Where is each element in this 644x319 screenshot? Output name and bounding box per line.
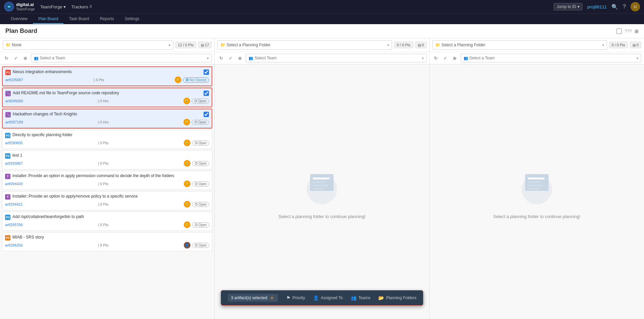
assignee-avatar: 😐 (183, 98, 190, 104)
card-type-p3c: P3 (5, 215, 10, 220)
card-id[interactable]: artf295766 (5, 223, 23, 227)
header-checkbox[interactable] (616, 29, 622, 34)
project-id: proj88111 (587, 4, 607, 9)
status-badge[interactable]: Open (192, 141, 209, 146)
card-id[interactable]: artf296256 (5, 243, 23, 247)
folder-icon: 📁 (6, 43, 11, 47)
toolbar-assigned-to-action[interactable]: 👤 Assigned To (313, 295, 343, 301)
card-meta: | 0 Pts (98, 202, 109, 206)
card-checkbox-2[interactable] (204, 91, 209, 96)
tab-settings[interactable]: Settings (119, 14, 144, 24)
logo-icon (4, 2, 14, 12)
card-id[interactable]: artf294421 (5, 202, 23, 206)
col1-check-btn[interactable]: ✓ (12, 54, 19, 62)
status-badge[interactable]: Not Started (183, 77, 209, 83)
card-type-p2: P2 (5, 235, 10, 241)
count3-icon: ▤ (633, 43, 636, 47)
svg-rect-12 (528, 188, 540, 190)
toolbar-priority-action[interactable]: ⚑ Priority (286, 295, 305, 301)
status-badge[interactable]: Open (192, 222, 209, 227)
card-artf287199: 🔧 Hackathon changes of Tech Knights artf… (2, 109, 212, 128)
col1-refresh-btn[interactable]: ↻ (3, 54, 10, 62)
tab-plan-board[interactable]: Plan Board (33, 14, 63, 24)
column-3-folder-select[interactable]: 📁 Select a Planning Folder ▾ (432, 40, 607, 50)
tab-overview[interactable]: Overview (5, 14, 33, 24)
col1-add-btn[interactable]: ⊕ (22, 54, 29, 62)
empty-text-2: Select a planning folder to continue pla… (278, 214, 366, 219)
card-type-task2: 🔧 (5, 112, 11, 117)
board-column-2: 📁 Select a Planning Folder ▾ 0 / 0 Pts ▤… (215, 38, 429, 318)
assignee-avatar: 😐 (184, 160, 190, 167)
team3-dropdown-arrow: ▾ (637, 56, 638, 60)
assignee-avatar: 😐 (184, 140, 190, 146)
layout-button[interactable]: ⊞ (635, 29, 639, 34)
card-id[interactable]: artf293967 (5, 161, 23, 165)
column-1-team-select[interactable]: 👥 Select a Team ▾ (31, 54, 212, 62)
column-2-count: ▤ 0 (415, 42, 427, 48)
card-meta: | 0 Pts (98, 141, 109, 145)
status-dot (195, 162, 198, 165)
card-checkbox-3[interactable] (204, 112, 209, 117)
board-column-1: 📁 None ▾ 12 / 0 Pts ▤ 17 ↻ ✓ ⊕ 👥 (0, 38, 215, 318)
toolbar-teams-action[interactable]: 👥 Teams (351, 295, 370, 301)
status-dot (195, 142, 198, 144)
status-badge[interactable]: Open (192, 202, 209, 207)
tab-task-board[interactable]: Task Board (63, 14, 94, 24)
sub-nav: Overview Plan Board Task Board Reports S… (0, 13, 644, 24)
col3-check-btn[interactable]: ✓ (442, 54, 449, 62)
assignee-avatar: 😐 (183, 119, 190, 125)
clear-selection-button[interactable]: × (269, 295, 275, 301)
card-type-p3: P3 (5, 133, 10, 138)
folder3-dropdown-arrow: ▾ (602, 43, 604, 47)
jump-to-id[interactable]: Jump to ID ▾ (554, 3, 583, 10)
toolbar-planning-folders-action[interactable]: 📂 Planning Folders (378, 295, 416, 301)
card-artf294420: T installer::Provide an option in apply … (2, 171, 212, 190)
column-2-team-select[interactable]: 👥 Select Team ▾ (246, 54, 426, 62)
column-1-action-bar: ↻ ✓ ⊕ 👥 Select a Team ▾ (0, 52, 214, 64)
status-badge[interactable]: Open (192, 243, 209, 248)
user-avatar[interactable]: U (631, 2, 640, 11)
status-badge[interactable]: Open (192, 99, 209, 104)
logo[interactable]: digital.ai TeamForge (4, 2, 35, 12)
team-icon: 👥 (34, 56, 39, 60)
team2-icon: 👥 (249, 56, 253, 60)
page-header-right: ??? ⊞ (616, 29, 639, 34)
nav-teamforge[interactable]: TeamForge ▾ (40, 4, 66, 9)
status-badge[interactable]: Open (192, 181, 209, 187)
card-id[interactable]: artf290605 (5, 141, 23, 145)
col3-add-btn[interactable]: ⊕ (451, 54, 459, 62)
card-type-task4: T (5, 194, 10, 200)
card-checkbox-1[interactable] (204, 69, 209, 75)
card-artf295766: P3 Add /opt/collabnet/teamforge/bin to p… (2, 212, 212, 231)
flag-icon: ⚑ (286, 295, 291, 301)
help-button[interactable]: ? (623, 4, 626, 10)
card-artf296256: P2 MIAB - SRS story artf296256 | 0 Pts 👤… (2, 232, 212, 251)
page-title: Plan Board (5, 28, 37, 35)
board: 📁 None ▾ 12 / 0 Pts ▤ 17 ↻ ✓ ⊕ 👥 (0, 38, 644, 318)
column-3-header: 📁 Select a Planning Folder ▾ 0 / 0 Pts ▤… (430, 38, 644, 64)
card-id[interactable]: artf287199 (5, 120, 23, 124)
status-badge[interactable]: Open (192, 120, 209, 125)
column-1-folder-select[interactable]: 📁 None ▾ (3, 40, 173, 50)
card-title: Installer::Provide an option to apply/re… (12, 194, 209, 199)
column-2-folder-select[interactable]: 📁 Select a Planning Folder ▾ (217, 40, 392, 50)
column-3-team-select[interactable]: 👥 Select a Team ▾ (461, 54, 641, 62)
folder2-icon: 📁 (220, 43, 225, 47)
col2-add-btn[interactable]: ⊕ (236, 54, 244, 62)
search-button[interactable]: 🔍 (611, 4, 618, 10)
card-id[interactable]: artf235087 (5, 78, 23, 82)
card-meta: | 4 Pts (94, 78, 104, 82)
tab-reports[interactable]: Reports (94, 14, 119, 24)
col2-refresh-btn[interactable]: ↻ (217, 54, 225, 62)
top-nav: digital.ai TeamForge TeamForge ▾ Tracker… (0, 0, 644, 13)
svg-rect-11 (528, 185, 543, 186)
nav-trackers[interactable]: Trackers ⠿ (71, 4, 92, 9)
status-badge[interactable]: Open (192, 161, 209, 166)
card-id[interactable]: artf245090 (5, 99, 23, 103)
col2-check-btn[interactable]: ✓ (227, 54, 234, 62)
svg-rect-10 (528, 181, 541, 183)
svg-rect-9 (528, 177, 545, 179)
card-id[interactable]: artf294420 (5, 182, 23, 186)
col3-refresh-btn[interactable]: ↻ (432, 54, 440, 62)
nav-right: Jump to ID ▾ proj88111 🔍 ? U (554, 2, 640, 11)
